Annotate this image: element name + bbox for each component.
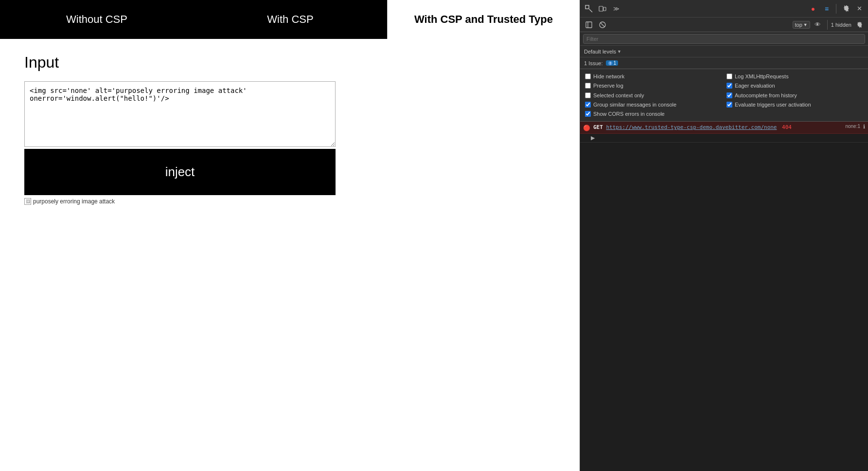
- show-cors-row: Show CORS errors in console: [585, 110, 722, 117]
- tab-with-csp[interactable]: With CSP: [194, 0, 387, 39]
- nav-tabs: Without CSP With CSP With CSP and Truste…: [0, 0, 580, 39]
- svg-rect-9: [610, 62, 610, 63]
- more-tools-btn[interactable]: ≫: [610, 3, 622, 15]
- settings-btn[interactable]: [840, 3, 851, 15]
- console-btn[interactable]: ≡: [821, 3, 833, 15]
- record-btn[interactable]: ●: [807, 3, 819, 15]
- expand-chevron-icon[interactable]: ▶: [591, 135, 595, 141]
- hidden-count: 1 hidden: [831, 22, 851, 28]
- error-circle-icon: 🔴: [583, 125, 590, 131]
- log-entry-error[interactable]: 🔴 GET https://www.trusted-type-csp-demo.…: [580, 122, 868, 134]
- autocomplete-label[interactable]: Autocomplete from history: [735, 92, 797, 99]
- tab-without-csp[interactable]: Without CSP: [0, 0, 194, 39]
- issues-label: 1 Issue:: [584, 60, 603, 66]
- top-context-dropdown[interactable]: top ▼: [793, 21, 810, 29]
- eye-icon-btn[interactable]: 👁: [812, 19, 824, 31]
- log-xmlhttp-checkbox[interactable]: [726, 73, 732, 79]
- show-cors-checkbox[interactable]: [585, 111, 591, 117]
- group-similar-row: Group similar messages in console: [585, 101, 722, 108]
- hide-network-label[interactable]: Hide network: [593, 73, 624, 80]
- input-textarea[interactable]: <img src='none' alt='purposely erroring …: [24, 81, 336, 147]
- svg-rect-2: [599, 6, 603, 11]
- settings-col-left: Hide network Preserve log Selected conte…: [585, 73, 722, 117]
- log-method: GET: [593, 124, 606, 130]
- eager-eval-label[interactable]: Eager evaluation: [735, 82, 775, 89]
- dt-console-tabs: top ▼ 👁 1 hidden: [580, 18, 868, 32]
- device-toggle-btn[interactable]: [597, 3, 608, 15]
- selected-context-checkbox[interactable]: [585, 92, 591, 98]
- log-xmlhttp-label[interactable]: Log XMLHttpRequests: [735, 73, 789, 80]
- selected-context-label[interactable]: Selected context only: [593, 92, 644, 99]
- broken-image-icon: 🖼: [24, 198, 31, 205]
- dt-issues-row: 1 Issue: 1: [580, 57, 868, 69]
- log-source: none:1: [845, 124, 860, 129]
- settings-col-right: Log XMLHttpRequests Eager evaluation Aut…: [726, 73, 863, 117]
- tab-with-csp-trusted[interactable]: With CSP and Trusted Type: [387, 0, 580, 39]
- broken-image-alt-text: purposely erroring image attack: [33, 198, 115, 205]
- dt-log-area: 🔴 GET https://www.trusted-type-csp-demo.…: [580, 122, 868, 471]
- log-text: GET https://www.trusted-type-csp-demo.da…: [593, 124, 842, 131]
- eager-eval-checkbox[interactable]: [726, 83, 732, 89]
- log-entry-expand-row[interactable]: ▶: [580, 134, 868, 143]
- log-xmlhttp-row: Log XMLHttpRequests: [726, 73, 863, 80]
- eager-eval-row: Eager evaluation: [726, 82, 863, 89]
- svg-rect-0: [585, 5, 589, 9]
- block-requests-btn[interactable]: [597, 19, 608, 31]
- dt-levels-row: Default levels ▼: [580, 46, 868, 57]
- issue-icon: [608, 61, 613, 66]
- dt-filter-bar: [580, 32, 868, 46]
- issue-badge[interactable]: 1: [606, 60, 619, 66]
- autocomplete-checkbox[interactable]: [726, 92, 732, 98]
- dt-settings-area: Hide network Preserve log Selected conte…: [580, 69, 868, 122]
- svg-line-7: [601, 22, 605, 27]
- svg-rect-10: [610, 64, 610, 64]
- main-content: Without CSP With CSP With CSP and Truste…: [0, 0, 580, 471]
- default-levels-label[interactable]: Default levels ▼: [584, 49, 621, 54]
- devtools-panel: ≫ ● ≡ ✕: [580, 0, 868, 471]
- inject-button[interactable]: inject: [24, 149, 336, 195]
- devtools-toolbar: ≫ ● ≡ ✕: [580, 0, 868, 18]
- close-btn[interactable]: ✕: [853, 3, 865, 15]
- page-body: Input <img src='none' alt='purposely err…: [0, 39, 580, 471]
- eval-triggers-label[interactable]: Evaluate triggers user activation: [735, 101, 811, 108]
- log-info-icon[interactable]: ℹ: [863, 124, 865, 130]
- dropdown-chevron-icon: ▼: [803, 22, 808, 27]
- input-label: Input: [24, 54, 555, 72]
- filter-input[interactable]: [583, 34, 865, 44]
- group-similar-checkbox[interactable]: [585, 102, 591, 108]
- eval-triggers-row: Evaluate triggers user activation: [726, 101, 863, 108]
- svg-rect-3: [603, 7, 606, 11]
- preserve-log-checkbox[interactable]: [585, 83, 591, 89]
- show-cors-label[interactable]: Show CORS errors in console: [593, 110, 665, 117]
- inspect-icon-btn[interactable]: [583, 3, 595, 15]
- preserve-log-label[interactable]: Preserve log: [593, 82, 623, 89]
- toolbar-divider2: [827, 20, 828, 30]
- eval-triggers-checkbox[interactable]: [726, 102, 732, 108]
- broken-image-row: 🖼 purposely erroring image attack: [24, 198, 555, 205]
- selected-context-row: Selected context only: [585, 92, 722, 99]
- svg-rect-4: [586, 22, 592, 28]
- svg-line-1: [589, 9, 592, 12]
- levels-chevron-icon: ▼: [617, 49, 621, 54]
- log-status: 404: [779, 124, 792, 130]
- group-similar-label[interactable]: Group similar messages in console: [593, 101, 676, 108]
- log-url[interactable]: https://www.trusted-type-csp-demo.davebi…: [606, 124, 777, 130]
- panel-toggle-btn[interactable]: [583, 19, 595, 31]
- toolbar-divider: [836, 4, 836, 14]
- console-settings-btn[interactable]: [853, 19, 865, 31]
- preserve-log-row: Preserve log: [585, 82, 722, 89]
- autocomplete-row: Autocomplete from history: [726, 92, 863, 99]
- hide-network-row: Hide network: [585, 73, 722, 80]
- hide-network-checkbox[interactable]: [585, 73, 591, 79]
